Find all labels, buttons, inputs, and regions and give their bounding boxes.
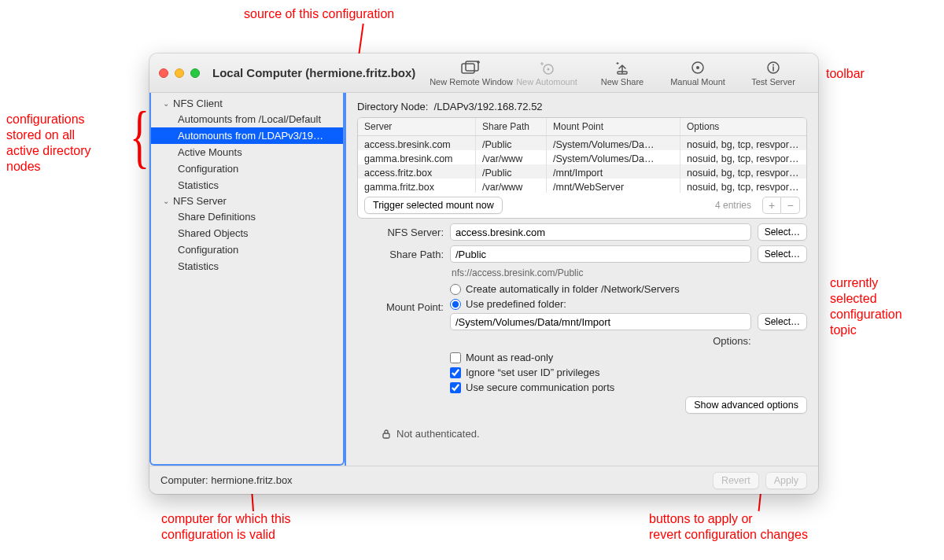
cell: gamma.fritz.box (358, 179, 476, 193)
cell: nosuid, bg, tcp, resvport, in… (680, 179, 806, 193)
svg-rect-10 (383, 433, 389, 438)
add-button[interactable]: + (762, 197, 781, 214)
sidebar-item-server-statistics[interactable]: Statistics (151, 258, 343, 274)
sidebar-item-active-mounts[interactable]: Active Mounts (151, 144, 343, 160)
auth-label: Not authenticated. (396, 428, 480, 440)
annotation-stored-nodes: configurations stored on all active dire… (6, 112, 91, 175)
radio-auto-folder[interactable]: Create automatically in folder /Network/… (450, 283, 807, 295)
table-row[interactable]: access.fritz.box /Public /mnt/Import nos… (358, 164, 806, 179)
option-readonly[interactable]: Mount as read-only (450, 352, 807, 363)
col-options[interactable]: Options (680, 118, 806, 135)
info-icon (765, 60, 781, 76)
sidebar-item-automounts-ldap[interactable]: Automounts from /LDAPv3/19… (151, 127, 343, 144)
predefined-folder-input[interactable] (450, 313, 751, 330)
sidebar-group-label: NFS Server (173, 195, 227, 207)
toolbar-label: New Remote Window (430, 77, 513, 87)
select-folder-button[interactable]: Select… (758, 313, 807, 330)
toolbar-manual-mount[interactable]: Manual Mount (662, 57, 733, 90)
cell: /System/Volumes/Da… (547, 136, 680, 150)
sparkle-disk-icon (539, 60, 555, 76)
option-secure-ports[interactable]: Use secure communication ports (450, 381, 807, 393)
annotation-toolbar: toolbar (826, 66, 865, 82)
sparkle-share-icon (614, 60, 630, 76)
nfs-server-input[interactable] (450, 223, 751, 241)
select-share-button[interactable]: Select… (758, 245, 807, 263)
col-mount-point[interactable]: Mount Point (547, 118, 680, 135)
radio-label: Create automatically in folder /Network/… (466, 283, 680, 295)
radio-input[interactable] (450, 284, 461, 295)
window-title: Local Computer (hermione.fritz.box) (212, 66, 415, 79)
cell: gamma.bresink.com (358, 150, 476, 164)
toolbar-new-automount[interactable]: New Automount (511, 57, 582, 90)
svg-rect-0 (462, 64, 474, 73)
svg-rect-1 (466, 61, 478, 71)
window-plus-icon (461, 60, 481, 76)
table-footer: Trigger selected mount now 4 entries + − (358, 193, 806, 218)
svg-point-6 (696, 66, 699, 69)
sidebar-item-client-statistics[interactable]: Statistics (151, 177, 343, 193)
remove-button[interactable]: − (781, 197, 800, 214)
mount-point-label: Mount Point: (357, 301, 444, 313)
chevron-down-icon: ⌄ (162, 99, 170, 108)
annotation-source: source of this configuration (244, 6, 394, 22)
apply-button[interactable]: Apply (765, 472, 807, 489)
sidebar-item-automounts-local[interactable]: Automounts from /Local/Default (151, 111, 343, 127)
show-advanced-button[interactable]: Show advanced options (685, 396, 807, 414)
sidebar-group-label: NFS Client (173, 98, 223, 109)
close-icon[interactable] (159, 68, 168, 78)
annotation-selected-topic: currently selected configuration topic (830, 275, 902, 338)
radio-predefined-folder[interactable]: Use predefined folder: (450, 298, 807, 310)
svg-rect-9 (773, 66, 774, 71)
sidebar-item-server-configuration[interactable]: Configuration (151, 241, 343, 258)
revert-button[interactable]: Revert (713, 472, 759, 489)
sidebar-group-nfs-client[interactable]: ⌄ NFS Client (151, 96, 343, 111)
toolbar: New Remote Window New Automount New Shar… (436, 57, 809, 90)
directory-node-value: /LDAPv3/192.168.72.52 (434, 101, 543, 112)
cell: access.bresink.com (358, 136, 476, 150)
annotation-pointer (358, 24, 364, 55)
toolbar-test-server[interactable]: Test Server (738, 57, 809, 90)
col-share-path[interactable]: Share Path (476, 118, 547, 135)
chevron-down-icon: ⌄ (162, 197, 170, 205)
checkbox-label: Use secure communication ports (466, 381, 614, 393)
table-row[interactable]: access.bresink.com /Public /System/Volum… (358, 136, 806, 150)
annotation-comp-valid: computer for which this configuration is… (161, 511, 291, 543)
checkbox-label: Mount as read-only (466, 352, 553, 363)
auth-status[interactable]: Not authenticated. (381, 428, 807, 440)
toolbar-new-share[interactable]: New Share (587, 57, 658, 90)
table-row[interactable]: gamma.fritz.box /var/www /mnt/WebServer … (358, 179, 806, 193)
checkbox-label: Ignore “set user ID” privileges (466, 367, 600, 378)
computer-label: Computer: hermione.fritz.box (160, 474, 293, 486)
app-window: Local Computer (hermione.fritz.box) New … (149, 53, 818, 494)
toolbar-label: Test Server (751, 77, 795, 87)
checkbox-input[interactable] (450, 367, 461, 378)
col-server[interactable]: Server (358, 118, 476, 135)
add-remove-controls: + − (762, 197, 800, 214)
option-nosuid[interactable]: Ignore “set user ID” privileges (450, 367, 807, 378)
share-path-input[interactable] (450, 245, 751, 263)
cell: nosuid, bg, tcp, resvport, in… (680, 150, 806, 164)
sidebar-item-share-definitions[interactable]: Share Definitions (151, 208, 343, 225)
window-body: ⌄ NFS Client Automounts from /Local/Defa… (149, 93, 818, 466)
toolbar-label: New Share (601, 77, 643, 87)
sidebar-item-shared-objects[interactable]: Shared Objects (151, 225, 343, 241)
radio-input[interactable] (450, 299, 461, 310)
share-path-label: Share Path: (357, 249, 444, 260)
options-label: Options: (450, 335, 751, 347)
cell: /Public (476, 164, 547, 179)
checkbox-input[interactable] (450, 382, 461, 393)
table-body: access.bresink.com /Public /System/Volum… (358, 136, 806, 193)
select-server-button[interactable]: Select… (758, 223, 807, 241)
checkbox-input[interactable] (450, 352, 461, 363)
table-row[interactable]: gamma.bresink.com /var/www /System/Volum… (358, 150, 806, 164)
zoom-icon[interactable] (190, 68, 200, 78)
cell: /System/Volumes/Da… (547, 150, 680, 164)
sidebar-group-nfs-server[interactable]: ⌄ NFS Server (151, 193, 343, 208)
cell: nosuid, bg, tcp, resvport, in… (680, 164, 806, 179)
minimize-icon[interactable] (175, 68, 184, 78)
sidebar-item-client-configuration[interactable]: Configuration (151, 160, 343, 177)
trigger-mount-button[interactable]: Trigger selected mount now (364, 197, 503, 214)
disk-icon (690, 60, 706, 76)
toolbar-new-remote-window[interactable]: New Remote Window (436, 57, 507, 90)
cell: /var/www (476, 179, 547, 193)
